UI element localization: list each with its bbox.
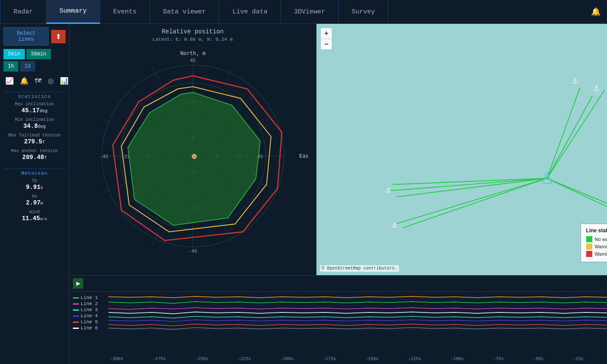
line-3-label: Line 3 (81, 307, 98, 312)
chart-svg (108, 293, 607, 337)
map-panel: ⚓ ⚓ ⚓ ⚓ ⚓ + − © OpenStreetMap contributo… (317, 24, 607, 275)
line-legend: Line 1 Line 2 Line 3 Line 4 (69, 293, 108, 362)
warning-1-color (586, 244, 592, 250)
max-inclination-stat: Max inclination 45.17deg (3, 102, 65, 114)
content-area: Relative position Latest: E: 0.68 m, N: … (69, 24, 607, 364)
warning-1-label: Warning level 1 (595, 244, 607, 249)
top-navigation: Radar Summary Events Data viewer Live da… (0, 0, 607, 24)
zoom-out-button[interactable]: − (321, 39, 332, 49)
legend-warning-2: Warning level 2 (586, 251, 607, 257)
time-5min-button[interactable]: 5min (3, 49, 25, 59)
svg-text:⚓: ⚓ (594, 84, 599, 94)
x-axis: -300s -275s -250s -225s -200s -175s -150… (108, 356, 607, 362)
hs-value: 2.97m (3, 199, 65, 206)
max-anchor-stat: Max anchor tension 209.48T (3, 149, 65, 161)
bell-icon[interactable]: 🔔 (18, 75, 30, 87)
line-6-legend: Line 6 (73, 325, 105, 331)
svg-text:East, m: East, m (299, 153, 308, 159)
time-1h-button[interactable]: 1h (3, 61, 18, 72)
zoom-in-button[interactable]: + (321, 28, 332, 39)
map-zoom-controls: + − (321, 28, 332, 49)
map-svg: ⚓ ⚓ ⚓ ⚓ ⚓ (317, 24, 607, 275)
nav-live-data[interactable]: Live data (219, 0, 281, 24)
top-panels: Relative position Latest: E: 0.68 m, N: … (69, 24, 607, 275)
timeline-panel: ▶ Line 1 Line 2 Line 3 (69, 275, 607, 364)
target-icon[interactable]: ◎ (46, 75, 55, 87)
line-4-legend: Line 4 (73, 313, 105, 318)
svg-text:-45: -45 (189, 248, 197, 254)
map-icon[interactable]: 🗺 (33, 75, 43, 87)
radar-title: Relative position (74, 28, 312, 35)
legend-title: Line state (586, 228, 607, 234)
select-lines-button[interactable]: Select lines (3, 27, 49, 46)
map-legend: Line state No warnings Warning level 1 W… (581, 224, 607, 262)
x-label-11: -50s (533, 357, 544, 361)
line-6-label: Line 6 (81, 325, 98, 331)
x-label-7: -150s (366, 357, 379, 361)
tp-label: Tp (3, 179, 65, 184)
svg-text:⚓: ⚓ (572, 76, 578, 86)
line-1-legend: Line 1 (73, 295, 105, 300)
max-fairlead-value: 279.5T (3, 138, 65, 145)
max-inclination-label: Max inclination (3, 102, 65, 107)
x-label-1: -300s (110, 357, 123, 361)
x-label-3: -250s (195, 357, 208, 361)
radar-panel: Relative position Latest: E: 0.68 m, N: … (69, 24, 317, 275)
line-5-legend: Line 5 (73, 319, 105, 325)
line-4-label: Line 4 (81, 313, 98, 318)
radar-subtitle: Latest: E: 0.68 m, N: 0.24 m (74, 37, 312, 42)
warning-2-color (586, 251, 592, 257)
line-2-label: Line 2 (81, 301, 98, 306)
max-fairlead-label: Max fairlead tension (3, 133, 65, 138)
line-3-legend: Line 3 (73, 307, 105, 312)
bar-chart-icon[interactable]: 📊 (58, 75, 70, 87)
min-inclination-stat: Min inclination 34.8deg (3, 117, 65, 130)
legend-no-warnings: No warnings (586, 236, 607, 242)
nav-3dviewer[interactable]: 3DViewer (281, 0, 339, 24)
tp-stat: Tp 9.91s (3, 179, 65, 191)
time-30min-button[interactable]: 30min (26, 49, 51, 59)
x-label-9: -100s (450, 357, 463, 361)
warning-2-label: Warning level 2 (595, 251, 607, 257)
nav-events[interactable]: Events (100, 0, 150, 24)
svg-text:45: 45 (190, 58, 196, 63)
notification-bell-icon[interactable]: 🔔 (591, 7, 600, 16)
tp-value: 9.91s (3, 184, 65, 191)
max-inclination-value: 45.17deg (3, 107, 65, 114)
wind-value: 11.45m/s (3, 215, 65, 222)
line-1-label: Line 1 (81, 295, 98, 300)
svg-point-30 (192, 154, 196, 159)
line-3-color (73, 309, 79, 311)
hs-label: Hs (3, 194, 65, 199)
nav-radar[interactable]: Radar (0, 0, 46, 24)
export-button[interactable]: ⬆ (51, 30, 65, 43)
svg-text:-45: -45 (100, 154, 108, 159)
svg-rect-31 (317, 30, 607, 269)
nav-data-viewer[interactable]: Data viewer (150, 0, 219, 24)
hs-stat: Hs 2.97m (3, 194, 65, 206)
line-4-color (73, 315, 79, 317)
max-anchor-label: Max anchor tension (3, 149, 65, 154)
x-label-12: -25s (573, 357, 584, 361)
statistics-title: Statistics (3, 94, 65, 99)
line-2-legend: Line 2 (73, 301, 105, 306)
no-warnings-color (586, 236, 592, 242)
main-layout: Select lines ⬆ 5min 30min 1h 1d 📈 🔔 🗺 ◎ … (0, 24, 607, 364)
line-6-color (73, 328, 79, 329)
wind-stat: Wind 11.45m/s (3, 210, 65, 222)
chart-line-icon[interactable]: 📈 (3, 75, 16, 87)
left-sidebar: Select lines ⬆ 5min 30min 1h 1d 📈 🔔 🗺 ◎ … (0, 24, 69, 364)
time-1d-button[interactable]: 1d (20, 61, 35, 72)
min-inclination-label: Min inclination (3, 117, 65, 123)
line-5-color (73, 322, 79, 323)
nav-summary[interactable]: Summary (46, 0, 100, 24)
nav-survey[interactable]: Survey (339, 0, 388, 24)
x-label-2: -275s (153, 357, 166, 361)
line-5-label: Line 5 (81, 319, 98, 325)
min-inclination-value: 34.8deg (3, 123, 65, 130)
map-attribution: © OpenStreetMap contributors. (320, 265, 399, 272)
play-button[interactable]: ▶ (73, 278, 83, 289)
svg-marker-29 (128, 92, 260, 225)
svg-text:North, m: North, m (180, 50, 206, 56)
x-label-4: -225s (238, 357, 251, 361)
